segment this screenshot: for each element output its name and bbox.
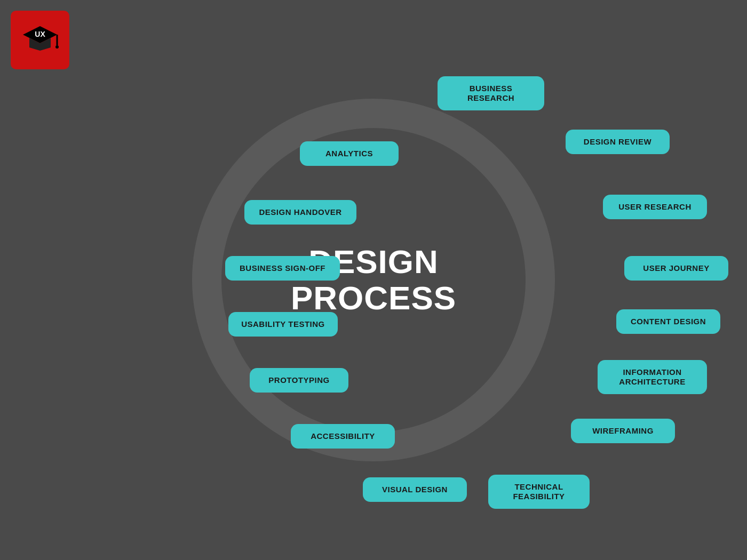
pill-wireframing: WIREFRAMING: [571, 419, 675, 443]
pill-visual-design: VISUAL DESIGN: [363, 477, 467, 502]
pill-information-architecture: INFORMATIONARCHITECTURE: [598, 360, 707, 394]
pill-prototyping: PROTOTYPING: [250, 368, 348, 393]
pill-usability-testing: USABILITY TESTING: [228, 312, 338, 337]
svg-point-3: [55, 45, 59, 49]
pill-user-research: USER RESEARCH: [603, 195, 707, 219]
pill-design-review: DESIGN REVIEW: [566, 130, 670, 154]
pill-business-research: BUSINESSRESEARCH: [438, 76, 544, 110]
ux-logo: UX: [11, 11, 69, 69]
pill-accessibility: ACCESSIBILITY: [291, 424, 395, 449]
center-line2: PROCESS: [291, 279, 456, 316]
pill-technical-feasibility: TECHNICALFEASIBILITY: [488, 475, 590, 509]
pill-business-sign-off: BUSINESS SIGN-OFF: [225, 256, 340, 281]
pill-content-design: CONTENT DESIGN: [616, 309, 720, 334]
pill-analytics: ANALYTICS: [300, 141, 399, 166]
pill-user-journey: USER JOURNEY: [624, 256, 728, 281]
svg-text:UX: UX: [35, 30, 45, 38]
pill-design-handover: DESIGN HANDOVER: [244, 200, 356, 225]
diagram-container: DESIGN PROCESS BUSINESSRESEARCHDESIGN RE…: [133, 40, 614, 520]
